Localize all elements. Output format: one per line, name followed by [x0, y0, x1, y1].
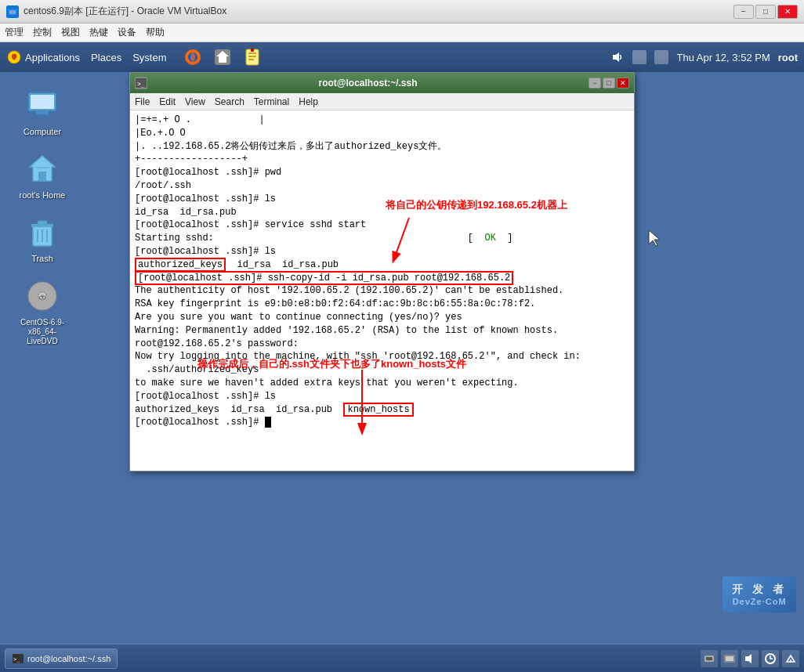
arrow-known-hosts	[331, 370, 393, 440]
home-icon	[24, 150, 61, 187]
vbox-menu-control[interactable]: 控制	[33, 26, 52, 39]
annotation-ssh-copy: 将自己的公钥传递到192.168.65.2机器上	[386, 198, 567, 212]
desktop-icon-cd[interactable]: CD CentOS-6.9-x86_64-LiveDVD	[11, 274, 74, 349]
taskbar-places-label: Places	[91, 52, 121, 63]
svg-rect-36	[745, 656, 748, 661]
terminal-icon: >_	[135, 77, 147, 89]
taskbar-terminal-label: root@localhost:~/.ssh	[27, 654, 110, 663]
svg-rect-11	[613, 55, 616, 60]
terminal-menu-terminal[interactable]: Terminal	[254, 96, 289, 107]
svg-rect-14	[36, 111, 49, 114]
term-line-4: [root@localhost .ssh]# pwd	[135, 166, 629, 179]
term-line-2: |. ..192.168.65.2将公钥传过来后，多出了authorized_k…	[135, 140, 629, 154]
terminal-menu-file[interactable]: File	[135, 96, 150, 107]
term-line-16: Warning: Permanently added '192.168.65.2…	[135, 324, 629, 338]
taskbar-applications-label: Applications	[25, 52, 80, 63]
home-icon-label: root's Home	[20, 190, 66, 201]
term-line-5: /root/.ssh	[135, 179, 629, 193]
vbox-maximize-button[interactable]: □	[755, 5, 776, 19]
vbox-window-controls: − □ ✕	[733, 5, 798, 19]
svg-text:CD: CD	[39, 295, 46, 300]
term-line-12: [root@localhost .ssh]# ssh-copy-id -i id…	[135, 272, 629, 285]
guest-taskbar-bottom: >_ root@localhost:~/.ssh	[0, 644, 804, 672]
svg-rect-13	[31, 95, 54, 109]
svg-rect-16	[38, 172, 46, 181]
terminal-menubar: File Edit View Search Terminal Help	[130, 93, 634, 110]
vbox-close-button[interactable]: ✕	[777, 5, 798, 19]
term-line-1: |Eo.+.O O	[135, 127, 629, 140]
taskbar-user: root	[778, 52, 798, 63]
terminal-close-btn[interactable]: ✕	[617, 78, 629, 89]
mouse-cursor	[647, 229, 663, 251]
term-line-15: Are you sure you want to continue connec…	[135, 311, 629, 324]
term-line-3: +------------------+	[135, 153, 629, 166]
terminal-titlebar: >_ root@localhost:~/.ssh − □ ✕	[130, 73, 634, 93]
trash-icon	[24, 213, 61, 251]
computer-icon-label: Computer	[24, 127, 61, 137]
taskbar-bottom-right	[701, 650, 799, 667]
svg-rect-7	[248, 52, 256, 54]
vbox-menu-hotkey[interactable]: 热键	[89, 26, 108, 39]
devze-bottom: DevZe·CoM	[733, 597, 787, 606]
taskbar-right: Thu Apr 12, 3:52 PM root	[610, 50, 798, 64]
taskbar-apps: Applications Places System	[6, 48, 262, 67]
terminal-window: >_ root@localhost:~/.ssh − □ ✕ File Edit…	[129, 72, 635, 471]
taskbar-applications[interactable]: Applications	[6, 49, 80, 65]
svg-rect-20	[38, 221, 47, 225]
terminal-title: root@localhost:~/.ssh	[152, 78, 584, 89]
svg-rect-1	[9, 10, 16, 14]
svg-text:>_: >_	[137, 81, 145, 88]
terminal-restore-btn[interactable]: □	[603, 78, 615, 89]
devze-watermark: 开 发 者 DevZe·CoM	[723, 576, 796, 612]
svg-rect-33	[706, 657, 712, 660]
svg-rect-10	[251, 49, 254, 52]
tray-icon-3[interactable]	[741, 650, 759, 667]
computer-icon	[24, 86, 61, 124]
vbox-minimize-button[interactable]: −	[733, 5, 754, 19]
vbox-menu-help[interactable]: 帮助	[146, 26, 165, 39]
svg-rect-17	[35, 167, 49, 168]
vbox-titlebar: centos6.9副本 [正在运行] - Oracle VM VirtualBo…	[0, 0, 804, 23]
svg-rect-8	[248, 56, 256, 57]
desktop: Computer root's Home	[0, 72, 804, 644]
desktop-icon-home[interactable]: root's Home	[11, 146, 74, 204]
tray-icon-1[interactable]	[701, 650, 718, 667]
svg-rect-15	[33, 114, 52, 116]
term-line-14: RSA key fingerprint is e9:b0:e8:b0:f2:64…	[135, 298, 629, 311]
vbox-menu-devices[interactable]: 设备	[118, 26, 136, 39]
vbox-menu-view[interactable]: 视图	[61, 26, 80, 39]
terminal-menu-search[interactable]: Search	[215, 96, 244, 107]
terminal-menu-edit[interactable]: Edit	[159, 96, 176, 107]
svg-rect-35	[726, 656, 733, 661]
devze-top: 开 发 者	[732, 583, 787, 597]
cd-icon: CD	[24, 277, 61, 315]
tray-icon-2[interactable]	[721, 650, 738, 667]
term-line-13: The authenticity of host '192.100.65.2 (…	[135, 284, 629, 298]
trash-icon-label: Trash	[31, 254, 53, 264]
taskbar-open-terminal[interactable]: >_ root@localhost:~/.ssh	[5, 649, 118, 669]
vbox-menubar: 管理 控制 视图 热键 设备 帮助	[0, 23, 804, 42]
vbox-icon	[6, 5, 19, 18]
desktop-icon-computer[interactable]: Computer	[11, 83, 74, 140]
tray-icon-5[interactable]	[782, 650, 799, 667]
terminal-body[interactable]: |=+=.+ O . | |Eo.+.O O |. ..192.168.65.2…	[130, 110, 634, 471]
terminal-ctrl-btns: − □ ✕	[589, 78, 629, 89]
svg-text:>_: >_	[13, 656, 20, 663]
cd-icon-label: CentOS-6.9-x86_64-LiveDVD	[14, 318, 71, 346]
vbox-menu-manage[interactable]: 管理	[5, 26, 24, 39]
taskbar-system-label: System	[132, 52, 166, 63]
term-line-17: root@192.168.65.2's password:	[135, 338, 629, 351]
terminal-minimize-btn[interactable]: −	[589, 78, 601, 89]
terminal-menu-view[interactable]: View	[185, 96, 205, 107]
desktop-icon-trash[interactable]: Trash	[11, 210, 74, 267]
term-line-0: |=+=.+ O . |	[135, 114, 629, 127]
taskbar-clock: Thu Apr 12, 3:52 PM	[676, 52, 770, 63]
tray-icon-4[interactable]	[762, 650, 779, 667]
arrow-ssh	[378, 214, 440, 269]
taskbar-system[interactable]: System	[132, 52, 166, 63]
terminal-menu-help[interactable]: Help	[299, 96, 318, 107]
taskbar-places[interactable]: Places	[91, 52, 121, 63]
guest-taskbar-top: Applications Places System	[0, 42, 804, 72]
vbox-title: centos6.9副本 [正在运行] - Oracle VM VirtualBo…	[24, 5, 733, 18]
terminal-cursor	[265, 417, 271, 428]
